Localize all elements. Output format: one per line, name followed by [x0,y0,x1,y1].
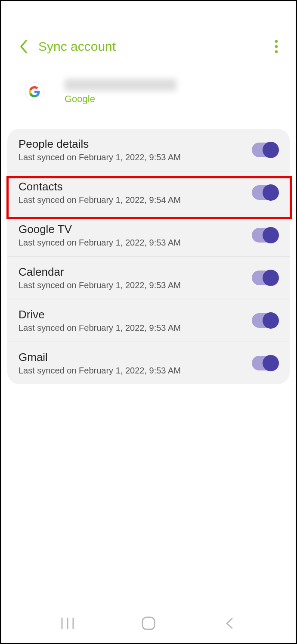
back-icon[interactable] [19,39,28,54]
sync-item-title: Google TV [19,223,252,236]
sync-item-gmail[interactable]: Gmail Last synced on February 1, 2022, 9… [7,342,290,384]
account-provider: Google [65,93,176,105]
more-icon[interactable] [270,39,283,54]
toggle-switch[interactable] [252,228,278,243]
account-info: Google [65,79,176,105]
svg-rect-6 [142,617,155,629]
toggle-switch[interactable] [252,271,278,285]
svg-point-2 [275,50,278,53]
sync-item-drive[interactable]: Drive Last synced on February 1, 2022, 9… [7,299,290,342]
sync-item-contacts[interactable]: Contacts Last synced on February 1, 2022… [7,171,290,214]
sync-item-sub: Last synced on February 1, 2022, 9:53 AM [19,280,252,290]
header: Sync account [1,1,296,62]
navigation-bar [1,608,296,643]
sync-item-title: Gmail [19,351,252,364]
nav-home-icon[interactable] [136,613,161,634]
toggle-switch[interactable] [252,313,278,328]
sync-item-title: People details [19,137,252,151]
sync-item-calendar[interactable]: Calendar Last synced on February 1, 2022… [7,257,290,299]
sync-item-sub: Last synced on February 1, 2022, 9:53 AM [19,366,252,376]
sync-item-sub: Last synced on February 1, 2022, 9:53 AM [19,152,252,162]
svg-point-0 [275,40,278,43]
sync-item-sub: Last synced on February 1, 2022, 9:54 AM [19,195,252,205]
sync-list: People details Last synced on February 1… [7,129,290,384]
svg-point-1 [275,45,278,48]
sync-item-sub: Last synced on February 1, 2022, 9:53 AM [19,323,252,333]
account-section[interactable]: Google [1,62,296,122]
toggle-switch[interactable] [252,356,278,370]
nav-back-icon[interactable] [217,613,242,634]
sync-item-title: Drive [19,308,252,321]
sync-item-sub: Last synced on February 1, 2022, 9:53 AM [19,238,252,248]
sync-item-title: Calendar [19,265,252,279]
sync-item-people-details[interactable]: People details Last synced on February 1… [7,129,290,171]
sync-item-title: Contacts [19,180,252,193]
sync-item-google-tv[interactable]: Google TV Last synced on February 1, 202… [7,214,290,257]
toggle-switch[interactable] [252,143,278,157]
nav-recents-icon[interactable] [55,613,80,634]
page-title: Sync account [38,39,270,54]
toggle-switch[interactable] [252,185,278,200]
account-email-hidden [65,79,176,91]
google-logo-icon [25,82,44,101]
